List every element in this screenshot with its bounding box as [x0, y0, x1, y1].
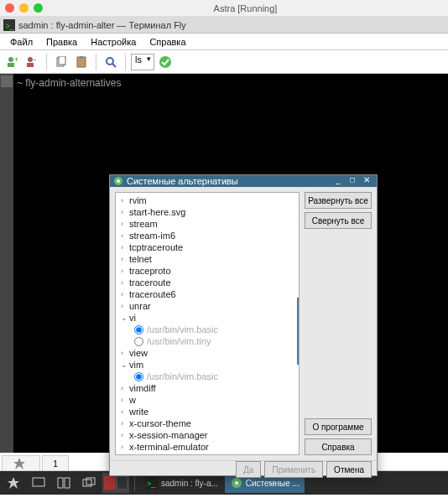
tree-item[interactable]: ›stream-im6 [117, 230, 297, 241]
chevron-down-icon[interactable]: ⌄ [121, 314, 129, 322]
tree-label: view [129, 348, 148, 358]
zoom-icon[interactable] [34, 3, 43, 13]
dialog-titlebar[interactable]: Системные альтернативы _ □ ✕ [110, 175, 377, 187]
svg-rect-21 [65, 478, 70, 488]
help-button[interactable]: Справка [305, 438, 372, 455]
tree-label: telnet [129, 254, 152, 264]
run-ok-icon[interactable] [156, 53, 175, 71]
close-icon[interactable] [5, 3, 14, 13]
about-button[interactable]: О программе [305, 418, 372, 435]
chevron-right-icon[interactable]: › [121, 302, 129, 310]
tree-label: tcptraceroute [129, 242, 183, 252]
tree-label: traceroute6 [129, 289, 176, 299]
tree-item[interactable]: ›vimdiff [117, 382, 297, 394]
chevron-right-icon[interactable]: › [121, 443, 129, 451]
chevron-right-icon[interactable]: › [121, 267, 129, 275]
alternatives-tree[interactable]: ›rvim›start-here.svg›stream›stream-im6›t… [115, 192, 300, 455]
cancel-button[interactable]: Отмена [326, 461, 372, 478]
minimize-button[interactable]: _ [331, 175, 345, 187]
alternative-path: /usr/bin/vim.basic [147, 324, 218, 334]
tile-button[interactable] [52, 473, 76, 493]
chevron-right-icon[interactable]: › [121, 243, 129, 252]
tree-item[interactable]: ›x-session-manager [117, 429, 297, 441]
yes-button[interactable]: Да [236, 461, 261, 478]
tree-item[interactable]: ⌄vi [117, 312, 297, 324]
svg-text:>_: >_ [147, 480, 156, 488]
chevron-right-icon[interactable]: › [121, 208, 129, 216]
menu-edit[interactable]: Правка [39, 35, 84, 49]
chevron-right-icon[interactable]: › [121, 278, 129, 287]
chevron-right-icon[interactable]: › [121, 407, 129, 416]
paste-icon[interactable] [72, 53, 91, 71]
tree-label: unrar [129, 301, 151, 311]
windows-button[interactable] [77, 473, 101, 493]
tree-item[interactable]: ›start-here.svg [117, 206, 297, 218]
collapse-all-button[interactable]: Свернуть все [305, 212, 372, 229]
tree-child[interactable]: /usr/bin/vim.basic [117, 324, 297, 335]
tree-item[interactable]: ›telnet [117, 253, 297, 265]
tab-star[interactable] [2, 455, 40, 470]
tree-item[interactable]: ›x-cursor-theme [117, 417, 297, 429]
tree-label: traceroute [129, 277, 171, 288]
close-button[interactable]: ✕ [360, 175, 373, 187]
command-combo[interactable]: ls [131, 54, 154, 70]
chevron-down-icon[interactable]: ⌄ [121, 360, 129, 369]
tree-label: x-cursor-theme [129, 418, 191, 428]
alternative-radio[interactable] [134, 325, 143, 334]
star-icon [7, 476, 20, 490]
alternative-radio[interactable] [134, 337, 143, 346]
chevron-right-icon[interactable]: › [121, 290, 129, 298]
add-user-green-icon[interactable]: + [3, 53, 22, 71]
apply-button[interactable]: Применить [264, 461, 323, 478]
chevron-right-icon[interactable]: › [121, 431, 129, 439]
dialog-footer: Да Применить Отмена [110, 460, 377, 478]
chevron-right-icon[interactable]: › [121, 396, 129, 404]
chevron-right-icon[interactable]: › [121, 255, 129, 263]
minimize-icon[interactable] [19, 3, 29, 13]
chevron-right-icon[interactable]: › [121, 419, 129, 428]
tree-item[interactable]: ›stream [117, 218, 297, 230]
tree-item[interactable]: ›write [117, 406, 297, 417]
svg-rect-6 [27, 63, 34, 67]
tree-item[interactable]: ›traceproto [117, 265, 297, 277]
tree-child[interactable]: /usr/bin/vim.tiny [117, 335, 297, 347]
tree-item[interactable]: ›w [117, 394, 297, 406]
window-title: sadmin : fly-admin-alter — Терминал Fly [18, 20, 186, 30]
menu-settings[interactable]: Настройка [84, 35, 143, 49]
tree-child[interactable]: /usr/bin/vim.basic [117, 371, 297, 382]
tab-1[interactable]: 1 [42, 455, 69, 470]
terminal[interactable]: ~ fly-admin-alternatives Системные альте… [0, 74, 448, 453]
alternative-radio[interactable] [134, 372, 143, 381]
chevron-right-icon[interactable]: › [121, 384, 129, 392]
chevron-right-icon[interactable]: › [121, 196, 129, 205]
tree-item[interactable]: ›view [117, 347, 297, 359]
tree-item[interactable]: ›traceroute6 [117, 288, 297, 300]
svg-line-13 [112, 64, 116, 67]
menu-file[interactable]: Файл [3, 35, 39, 49]
tree-item[interactable]: ›x-terminal-emulator [117, 441, 297, 453]
desktop-button[interactable] [27, 473, 50, 493]
scrollbar[interactable] [297, 298, 299, 365]
expand-all-button[interactable]: Развернуть все [305, 192, 372, 209]
chevron-right-icon[interactable]: › [121, 349, 129, 357]
tree-label: x-terminal-emulator [129, 442, 209, 452]
tree-item[interactable]: ›tcptraceroute [117, 241, 297, 253]
terminal-sidebar-icon[interactable] [1, 75, 13, 87]
search-icon[interactable] [102, 53, 120, 71]
chevron-right-icon[interactable]: › [121, 231, 129, 240]
copy-icon[interactable] [52, 53, 70, 71]
tree-item[interactable]: ›unrar [117, 300, 297, 312]
svg-rect-11 [80, 56, 83, 59]
tree-item[interactable]: ⌄vim [117, 359, 297, 371]
alternative-path: /usr/bin/vim.basic [147, 371, 218, 381]
svg-point-16 [117, 179, 120, 183]
start-button[interactable] [2, 473, 25, 493]
svg-rect-3 [8, 63, 14, 67]
remove-user-red-icon[interactable]: - [23, 53, 41, 71]
maximize-button[interactable]: □ [346, 175, 359, 187]
tree-item[interactable]: ›rvim [117, 194, 297, 206]
tree-item[interactable]: ›traceroute [117, 277, 297, 288]
svg-marker-17 [13, 458, 25, 469]
menu-help[interactable]: Справка [143, 35, 192, 49]
chevron-right-icon[interactable]: › [121, 220, 129, 228]
